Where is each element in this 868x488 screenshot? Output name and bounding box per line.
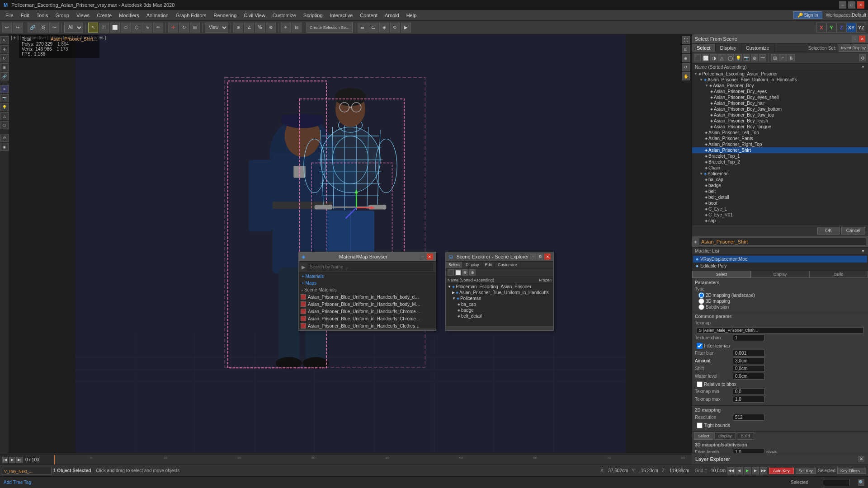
spinner-snap-button[interactable]: ⊗ (266, 23, 276, 33)
filter-texmap-check[interactable] (697, 343, 703, 349)
filter-texmap-row[interactable]: Filter texmap (695, 342, 865, 350)
sidebar-camera-btn[interactable]: 📷 (0, 94, 9, 102)
modifier-list-expand[interactable]: ▼ (861, 249, 865, 253)
scene-exp-policeman[interactable]: ▼ ◈ Policeman (446, 296, 553, 301)
sidebar-shape-btn[interactable]: △ (0, 112, 9, 120)
object-name-input[interactable] (699, 238, 866, 246)
snaps-toggle-button[interactable]: ⊕ (233, 23, 243, 33)
mod-tab-display[interactable]: Display (751, 271, 810, 278)
scene-exp-badge[interactable]: ◈ badge (446, 307, 553, 313)
scene-geometry-filter-btn[interactable]: △ (718, 54, 726, 61)
sidebar-rotate-btn[interactable]: ↻ (0, 54, 9, 62)
tight-bounds-check[interactable] (697, 422, 703, 428)
sidebar-select-btn[interactable]: ↖ (0, 36, 9, 44)
tree-ceye-l[interactable]: ◈ C_Eye_L (692, 206, 868, 212)
tree-tongue[interactable]: ◈ Asian_Prisoner_Boy_tongue (692, 124, 868, 130)
scene-exp-tree[interactable]: ▼ ◈ Policeman_Escorting_Asian_Prisoner ▶… (446, 284, 553, 326)
texmap-input[interactable] (697, 327, 863, 333)
auto-key-btn[interactable]: Auto Key (769, 468, 794, 474)
menu-group[interactable]: Group (52, 12, 73, 19)
menu-animation[interactable]: Animation (143, 12, 172, 19)
render-setup-button[interactable]: ⚙ (390, 23, 400, 33)
sidebar-anim-btn[interactable]: ⏱ (0, 134, 9, 142)
scene-exp-tab-select[interactable]: Select (446, 262, 463, 268)
scene-exp-root[interactable]: ▼ ◈ Policeman_Escorting_Asian_Prisoner (446, 284, 553, 290)
scene-exp-freeze-btn[interactable]: ❄ (469, 269, 476, 276)
vray-next-btn[interactable]: V_Ray_Next_... (2, 467, 52, 475)
menu-create[interactable]: Create (93, 12, 115, 19)
scene-sort-btn[interactable]: ⇅ (788, 54, 795, 61)
scene-exp-tab-display[interactable]: Display (463, 262, 482, 268)
scene-explorer-button[interactable]: 🗂 (368, 23, 378, 33)
texmap-max-input[interactable] (733, 396, 764, 403)
mod-tab-build[interactable]: Build (809, 271, 868, 278)
scene-exp-display-btn[interactable]: 👁 (462, 269, 468, 276)
scene-shape-filter-btn[interactable]: ◯ (726, 54, 734, 61)
type-3d-option[interactable]: 3D mapping (698, 298, 865, 304)
paint-select-button[interactable]: ✏ (153, 23, 163, 33)
zoom-btn[interactable]: ⊕ (682, 54, 690, 62)
type-2d-radio[interactable] (698, 292, 704, 298)
view-dropdown[interactable]: View (205, 23, 228, 33)
resolution-input[interactable] (733, 414, 764, 421)
mirror-button[interactable]: ⫩ (281, 23, 291, 33)
tree-jaw-top[interactable]: ◈ Asian_Prisoner_Boy_Jaw_top (692, 112, 868, 118)
scene-display-subtree-btn[interactable]: ⊞ (771, 54, 778, 61)
sidebar-scale-btn[interactable]: ⊞ (0, 63, 9, 71)
scene-panel-close-btn[interactable]: ✕ (859, 36, 865, 42)
mod-build-btn[interactable]: Build (737, 432, 754, 440)
tree-eyes[interactable]: ◈ Asian_Prisoner_Boy_eyes (692, 89, 868, 94)
sidebar-light-btn[interactable]: 💡 (0, 103, 9, 111)
type-subdiv-option[interactable]: Subdivision (698, 304, 865, 310)
add-time-tag-btn[interactable]: Add Time Tag (4, 480, 31, 485)
scene-exp-tab-customize[interactable]: Customize (495, 262, 520, 268)
mat-item-3[interactable]: Asian_Prisoner_Blue_Uniform_in_Handcuffs… (299, 308, 436, 315)
mat-item-4[interactable]: Asian_Prisoner_Blue_Uniform_in_Handcuffs… (299, 315, 436, 322)
anim-next-frame-btn[interactable]: ▶▶ (760, 467, 767, 474)
menu-views[interactable]: Views (73, 12, 93, 19)
zoom-extents-btn[interactable]: ⊡ (682, 45, 690, 53)
tree-bracelet1[interactable]: ◈ Bracelet_Top_1 (692, 153, 868, 159)
tree-ba-cap[interactable]: ◈ ba_cap (692, 177, 868, 183)
rotate-button[interactable]: ↻ (179, 23, 189, 33)
menu-scripting[interactable]: Scripting (300, 12, 326, 19)
tab-select[interactable]: Select (692, 44, 716, 52)
tree-boot[interactable]: ◈ boot (692, 200, 868, 206)
relative-bbox-check[interactable] (697, 381, 703, 387)
anim-prev-frame-btn[interactable]: ◀◀ (727, 467, 735, 474)
sidebar-cmd-panel-btn[interactable]: ≡ (0, 85, 9, 93)
menu-arnold[interactable]: Arnold (381, 12, 403, 19)
tree-boy[interactable]: ▼ ◈ Asian_Prisoner_Boy (692, 83, 868, 89)
matbrowser-content[interactable]: + Materials + Maps - Scene Materials Asi… (299, 273, 436, 328)
water-level-input[interactable] (733, 373, 764, 380)
texchan-input[interactable] (733, 334, 764, 341)
unlink-button[interactable]: ⛓ (38, 23, 48, 33)
scene-panel-minimize-btn[interactable]: ─ (852, 36, 858, 42)
rect-select-button[interactable]: ⬜ (110, 23, 120, 33)
tree-shirt[interactable]: ◈ Asian_Prisoner_Shirt (692, 147, 868, 153)
material-editor-button[interactable]: ◈ (379, 23, 389, 33)
tree-ceye-r[interactable]: ◈ C_Eye_R01 (692, 212, 868, 218)
pan-btn[interactable]: ✋ (682, 72, 690, 80)
close-button[interactable]: ✕ (857, 1, 864, 9)
filter-blur-input[interactable] (733, 350, 764, 357)
name-sort-btn[interactable]: ▼ (861, 65, 865, 69)
texmap-min-input[interactable] (733, 388, 764, 395)
scene-exp-bacap[interactable]: ◈ ba_cap (446, 301, 553, 307)
fence-select-button[interactable]: ⬡ (132, 23, 142, 33)
sidebar-link-btn[interactable]: 🔗 (0, 72, 9, 80)
type-subdiv-radio[interactable] (698, 304, 704, 310)
scene-exp-handcuffs[interactable]: ▶ ◈ Asian_Prisoner_Blue_Uniform_in_Handc… (446, 290, 553, 296)
bind-spacewarp-button[interactable]: 〜 (49, 23, 59, 33)
tree-root[interactable]: ▼ ◈ Policeman_Escorting_Asian_Prisoner (692, 71, 868, 77)
params-scroll[interactable]: Parameters Type 2D mapping (landscape) 3… (692, 278, 868, 453)
mod-sel-btn[interactable]: Select (694, 432, 713, 440)
scene-spacewarp-filter-btn[interactable]: 〜 (759, 54, 766, 61)
minimize-button[interactable]: ─ (839, 1, 846, 9)
menu-modifiers[interactable]: Modifiers (115, 12, 143, 19)
select-object-button[interactable]: ↖ (88, 23, 98, 33)
select-name-button[interactable]: H (99, 23, 109, 33)
scene-camera-filter-btn[interactable]: 📷 (743, 54, 750, 61)
modifier-vray-displacement[interactable]: ◆ VRayDisplacementMod (693, 256, 867, 263)
scene-exp-tab-edit[interactable]: Edit (482, 262, 495, 268)
